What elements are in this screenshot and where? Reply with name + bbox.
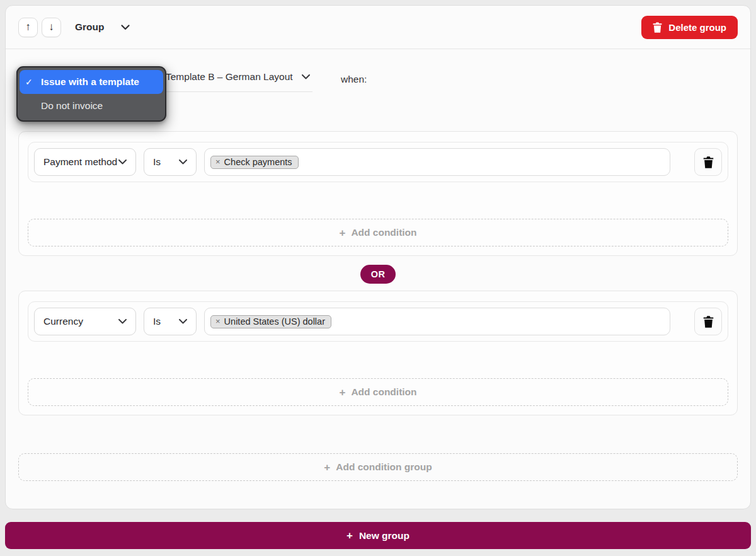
- move-group-up-button[interactable]: ↑: [18, 18, 38, 37]
- chevron-down-icon: [302, 74, 310, 79]
- plus-icon: +: [346, 530, 353, 541]
- or-separator: OR: [18, 265, 738, 284]
- add-condition-group-button[interactable]: + Add condition group: [18, 453, 738, 481]
- action-dropdown-menu: ✓ Issue with a template Do not invoice: [16, 66, 166, 122]
- rule-group-widget: ↑ ↓ Group Delete group ✓ Issue with a te…: [5, 5, 751, 509]
- condition-operator-select[interactable]: Is: [144, 308, 197, 335]
- condition-field-value: Payment method: [43, 156, 117, 168]
- add-condition-label: Add condition: [351, 227, 416, 238]
- trash-icon: [703, 156, 714, 168]
- condition-operator-value: Is: [153, 156, 161, 168]
- delete-condition-button[interactable]: [694, 308, 722, 335]
- menu-item-issue-with-template[interactable]: ✓ Issue with a template: [20, 70, 163, 94]
- tag-remove-icon[interactable]: ×: [215, 316, 220, 326]
- condition-field-select[interactable]: Payment method: [34, 148, 136, 176]
- trash-icon: [653, 22, 662, 33]
- delete-condition-button[interactable]: [694, 148, 722, 176]
- checkmark-icon: ✓: [25, 77, 36, 87]
- arrow-up-icon: ↑: [25, 21, 31, 33]
- menu-item-label: Issue with a template: [41, 76, 139, 88]
- add-condition-label: Add condition: [351, 386, 416, 398]
- chevron-down-icon: [121, 25, 130, 30]
- chevron-down-icon: [118, 159, 127, 165]
- condition-group: Payment method Is × Check payments: [18, 131, 738, 256]
- add-condition-button[interactable]: + Add condition: [28, 219, 728, 246]
- trash-icon: [703, 316, 714, 328]
- condition-row: Payment method Is × Check payments: [28, 142, 728, 182]
- group-header: ↑ ↓ Group Delete group: [6, 6, 750, 49]
- template-select[interactable]: Template B – German Layout: [166, 71, 312, 92]
- template-select-value: Template B – German Layout: [166, 71, 293, 83]
- when-label: when:: [341, 74, 367, 85]
- add-condition-group-label: Add condition group: [336, 461, 432, 473]
- delete-group-button[interactable]: Delete group: [641, 16, 738, 39]
- condition-group: Currency Is × United States (US) dollar: [18, 291, 738, 415]
- condition-values-input[interactable]: × United States (US) dollar: [204, 308, 670, 335]
- tag-label: United States (US) dollar: [224, 316, 325, 327]
- new-group-label: New group: [359, 530, 410, 542]
- chevron-down-icon: [179, 319, 187, 324]
- condition-field-select[interactable]: Currency: [34, 308, 136, 335]
- action-row: ✓ Issue with a template Do not invoice T…: [18, 62, 738, 131]
- tag-chip: × United States (US) dollar: [210, 315, 331, 328]
- or-badge: OR: [360, 265, 396, 284]
- menu-item-do-not-invoice[interactable]: Do not invoice: [20, 94, 163, 118]
- tag-remove-icon[interactable]: ×: [215, 157, 220, 166]
- new-group-button[interactable]: + New group: [5, 522, 751, 549]
- tag-label: Check payments: [224, 157, 292, 167]
- condition-values-input[interactable]: × Check payments: [204, 148, 670, 176]
- condition-field-value: Currency: [43, 316, 83, 327]
- group-body: ✓ Issue with a template Do not invoice T…: [6, 49, 750, 506]
- group-collapse-toggle[interactable]: [121, 25, 130, 30]
- delete-group-label: Delete group: [668, 22, 726, 33]
- chevron-down-icon: [179, 159, 187, 165]
- arrow-down-icon: ↓: [49, 21, 54, 33]
- plus-icon: +: [324, 462, 330, 473]
- menu-item-label: Do not invoice: [41, 100, 103, 112]
- tag-chip: × Check payments: [210, 156, 299, 169]
- move-group-down-button[interactable]: ↓: [42, 18, 61, 37]
- chevron-down-icon: [118, 319, 127, 324]
- plus-icon: +: [339, 228, 345, 238]
- group-title: Group: [75, 21, 105, 33]
- plus-icon: +: [339, 387, 345, 398]
- condition-operator-value: Is: [153, 316, 161, 327]
- condition-row: Currency Is × United States (US) dollar: [28, 301, 728, 342]
- condition-operator-select[interactable]: Is: [144, 148, 197, 176]
- add-condition-button[interactable]: + Add condition: [28, 378, 728, 406]
